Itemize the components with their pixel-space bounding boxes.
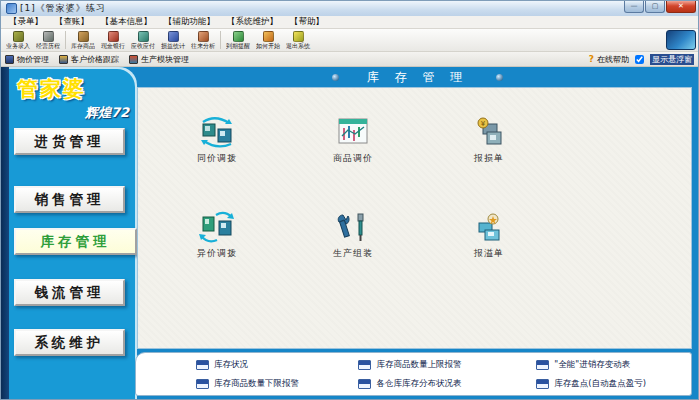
same-price-transfer-item[interactable]: 同价调拨 <box>162 116 272 165</box>
sidebar-item-cashflow[interactable]: 钱流管理 <box>14 279 125 306</box>
sidebar-item-inventory[interactable]: 库存管理 <box>14 228 137 255</box>
window-title: [1]《管家婆》练习 <box>20 2 624 15</box>
svg-text:¥: ¥ <box>481 120 486 128</box>
damage-report-icon: ¥ <box>471 116 507 148</box>
sidebar-item-system[interactable]: 系统维护 <box>14 329 125 356</box>
link-lower-limit-alarm[interactable]: 库存商品数量下限报警 <box>196 378 358 390</box>
toolbar-business-entry[interactable]: 业务录入 <box>3 30 33 51</box>
app-window: [1]《管家婆》练习 — ▢ ✕ 【录单】 【查账】 【基本信息】 【辅助功能】… <box>0 0 699 400</box>
toolbar-exit-system[interactable]: 退出系统 <box>283 30 313 51</box>
toolbar-receivable-payable[interactable]: 应收应付 <box>128 30 158 51</box>
damage-report-item[interactable]: ¥ 报损单 <box>434 116 544 165</box>
menu-system-maintenance[interactable]: 【系统维护】 <box>223 16 282 28</box>
price-management-icon <box>5 55 14 64</box>
profit-loss-stats-icon <box>168 31 179 42</box>
exit-system-icon <box>293 31 304 42</box>
price-management-button[interactable]: 物价管理 <box>5 54 49 65</box>
link-almighty-change-report[interactable]: "全能"进销存变动表 <box>536 359 691 371</box>
same-price-transfer-icon <box>199 116 235 148</box>
sidebar-item-sales[interactable]: 销售管理 <box>14 186 125 213</box>
menu-check-accounts[interactable]: 【查账】 <box>51 16 93 28</box>
floating-panel-checkbox-label: 显示悬浮窗 <box>650 54 694 65</box>
toolbar-cash-bank[interactable]: 现金银行 <box>98 30 128 51</box>
table-icon <box>536 379 549 389</box>
toolbar-separator <box>220 31 221 49</box>
header-bullet-icon <box>496 74 503 81</box>
table-icon <box>358 379 371 389</box>
menu-bar: 【录单】 【查账】 【基本信息】 【辅助功能】 【系统维护】 【帮助】 <box>1 16 698 29</box>
menu-help[interactable]: 【帮助】 <box>286 16 328 28</box>
due-reminder-icon <box>233 31 244 42</box>
how-to-start-icon <box>263 31 274 42</box>
floating-panel-checkbox[interactable] <box>635 55 644 64</box>
business-entry-icon <box>13 31 24 42</box>
diff-price-transfer-item[interactable]: 异价调拨 <box>162 211 272 260</box>
link-warehouse-distribution[interactable]: 各仓库库存分布状况表 <box>358 378 536 390</box>
sidebar-item-purchase[interactable]: 进货管理 <box>14 128 125 155</box>
logo-text-main: 管家婆 <box>17 75 129 103</box>
menu-record-entry[interactable]: 【录单】 <box>5 16 47 28</box>
transaction-analysis-icon <box>198 31 209 42</box>
production-module-icon <box>129 55 138 64</box>
app-icon <box>6 3 17 14</box>
production-assembly-icon <box>335 211 371 243</box>
overflow-report-icon <box>471 211 507 243</box>
main-panel: 库 存 管 理 <box>137 67 698 399</box>
toolbar-business-history[interactable]: 经营历程 <box>33 30 63 51</box>
toolbar-how-to-start[interactable]: 如何开始 <box>253 30 283 51</box>
customer-price-tracking-icon <box>59 55 68 64</box>
customer-price-tracking-button[interactable]: 客户价格跟踪 <box>59 54 119 65</box>
page-header: 库 存 管 理 <box>137 67 698 87</box>
page-title: 库 存 管 理 <box>367 69 468 86</box>
secondary-toolbar: 物价管理 客户价格跟踪 生产模块管理 ? 在线帮助 显示悬浮窗 <box>1 52 698 67</box>
production-assembly-item[interactable]: 生产组装 <box>298 211 408 260</box>
quick-links-panel: 库存状况 库存商品数量上限报警 "全能"进销存变动表 库存商品数量下限报警 各仓… <box>135 352 692 396</box>
maximize-button[interactable]: ▢ <box>645 1 665 13</box>
navigation-sidebar: 管家婆 辉煌72 进货管理 销售管理 库存管理 钱流管理 系统维护 <box>1 67 137 399</box>
stock-goods-icon <box>78 31 89 42</box>
goods-price-adjust-item[interactable]: 商品调价 <box>298 116 408 165</box>
receivable-payable-icon <box>138 31 149 42</box>
link-upper-limit-alarm[interactable]: 库存商品数量上限报警 <box>358 359 536 371</box>
table-icon <box>358 360 371 370</box>
link-inventory-status[interactable]: 库存状况 <box>196 359 358 371</box>
table-icon <box>536 360 549 370</box>
toolbar-separator <box>65 31 66 49</box>
link-stocktake[interactable]: 库存盘点(自动盘点盈亏) <box>536 378 691 390</box>
guanjiapo-brand-logo-icon <box>666 30 696 50</box>
overflow-report-item[interactable]: 报溢单 <box>434 211 544 260</box>
logo-text-version: 辉煌72 <box>17 104 129 122</box>
table-icon <box>196 360 209 370</box>
business-history-icon <box>43 31 54 42</box>
menu-auxiliary[interactable]: 【辅助功能】 <box>160 16 219 28</box>
toolbar-profit-loss-stats[interactable]: 损益统计 <box>158 30 188 51</box>
goods-price-adjust-icon <box>335 116 371 148</box>
inventory-desktop: 同价调拨 商品调价 <box>137 87 692 349</box>
header-bullet-icon <box>332 74 339 81</box>
content-area: 管家婆 辉煌72 进货管理 销售管理 库存管理 钱流管理 系统维护 库 存 管 … <box>1 67 698 399</box>
toolbar-due-reminder[interactable]: 到期提醒 <box>223 30 253 51</box>
toolbar-stock-goods[interactable]: 库存商品 <box>68 30 98 51</box>
toolbar-transaction-analysis[interactable]: 往来分析 <box>188 30 218 51</box>
question-mark-icon: ? <box>589 54 594 64</box>
table-icon <box>196 379 209 389</box>
cash-bank-icon <box>108 31 119 42</box>
title-bar: [1]《管家婆》练习 — ▢ ✕ <box>1 1 698 16</box>
close-button[interactable]: ✕ <box>666 1 696 13</box>
minimize-button[interactable]: — <box>624 1 644 13</box>
app-logo: 管家婆 辉煌72 <box>17 75 129 122</box>
diff-price-transfer-icon <box>199 211 235 243</box>
main-toolbar: 业务录入 经营历程 库存商品 现金银行 应收应付 损益统计 往来分析 <box>1 29 698 52</box>
online-help-button[interactable]: ? 在线帮助 <box>589 54 629 65</box>
menu-basic-info[interactable]: 【基本信息】 <box>97 16 156 28</box>
production-module-button[interactable]: 生产模块管理 <box>129 54 189 65</box>
